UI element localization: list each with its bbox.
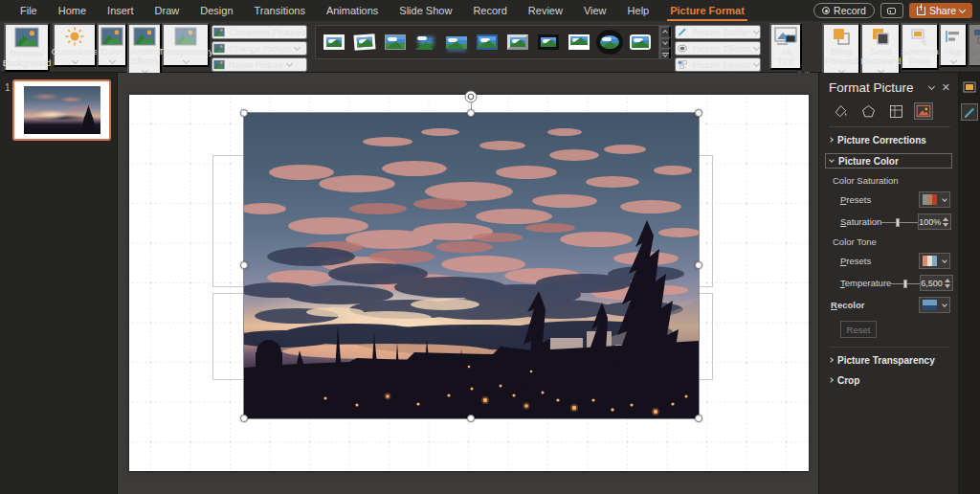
selected-picture[interactable]	[244, 113, 699, 418]
selection-pane-button[interactable]: Selection Pane	[901, 23, 939, 70]
menu-tab-home[interactable]: Home	[48, 0, 97, 21]
picture-style-thumbnail	[354, 34, 376, 50]
temperature-slider[interactable]	[891, 279, 920, 288]
group-button[interactable]: Group	[968, 23, 980, 67]
recolor-dropdown[interactable]	[919, 297, 950, 313]
saturation-spinner[interactable]	[941, 216, 950, 228]
menu-tab-slide-show[interactable]: Slide Show	[389, 0, 462, 21]
picture-tab[interactable]	[914, 102, 933, 120]
format-picture-pane: Format Picture ✕ Picture Corrections Pic…	[818, 73, 958, 494]
rotation-handle[interactable]	[464, 90, 478, 103]
alt-text-button[interactable]: Alt Text	[769, 23, 802, 70]
tone-presets-label: Presets	[840, 256, 871, 266]
picture-effects-button[interactable]: Picture Effects	[675, 41, 761, 56]
corrections-button[interactable]: Corrections	[53, 23, 97, 67]
reset-picture-button[interactable]: Reset Picture	[212, 57, 307, 72]
temperature-value-input[interactable]: 6,500	[920, 275, 953, 291]
remove-background-button[interactable]: Remove Background	[4, 23, 50, 72]
crop-section[interactable]: Crop	[829, 373, 950, 388]
artistic-effects-icon	[132, 27, 157, 46]
picture-corrections-section[interactable]: Picture Corrections	[829, 133, 950, 147]
artistic-effects-button[interactable]: Artistic Effects	[127, 23, 162, 77]
menu-tab-record[interactable]: Record	[462, 0, 517, 21]
transparency-button[interactable]: Transparency	[162, 23, 210, 67]
resize-handle-bottom-middle[interactable]	[467, 415, 475, 422]
resize-handle-top-right[interactable]	[695, 109, 702, 117]
size-properties-tab[interactable]	[886, 102, 905, 120]
menu-tab-picture-format-active[interactable]: Picture Format	[659, 0, 755, 21]
align-button[interactable]: Align	[939, 23, 968, 67]
picture-style-snapshot[interactable]	[566, 30, 592, 55]
fill-line-tab[interactable]	[831, 102, 850, 120]
picture-style-thumbnail	[568, 34, 590, 50]
compress-pictures-button[interactable]: Compress Pictures	[212, 25, 307, 39]
saturation-presets-dropdown[interactable]	[919, 191, 950, 208]
picture-style-thumbnail	[415, 34, 436, 50]
saturation-value-input[interactable]: 100%	[918, 213, 951, 230]
ribbon-group-arrange: Bring Forward Send Backward Selection Pa…	[820, 23, 980, 72]
menu-tabs: FileHomeInsertDrawDesignTransitionsAnima…	[10, 0, 755, 21]
tone-presets-dropdown[interactable]	[919, 253, 950, 269]
menu-tab-draw[interactable]: Draw	[145, 0, 190, 21]
format-pen-icon[interactable]	[961, 103, 978, 121]
picture-style-thin-frame[interactable]	[382, 30, 409, 55]
share-button[interactable]: Share	[909, 3, 972, 18]
slide-thumbnail-panel: 1	[0, 73, 118, 494]
color-button[interactable]: Color	[97, 23, 127, 67]
menu-tab-review[interactable]: Review	[518, 0, 573, 21]
reset-button[interactable]: Reset	[840, 321, 877, 338]
menu-tab-transitions[interactable]: Transitions	[244, 0, 316, 21]
resize-handle-bottom-right[interactable]	[695, 415, 702, 422]
picture-layout-button[interactable]: Picture Layout	[675, 57, 761, 72]
group-icon	[969, 27, 980, 46]
menu-tab-help[interactable]: Help	[617, 0, 660, 21]
pane-close-icon[interactable]: ✕	[942, 81, 950, 94]
picture-style-metal-frame[interactable]	[504, 30, 531, 55]
resize-handle-top-middle[interactable]	[467, 109, 475, 117]
picture-style-soft-edge[interactable]	[412, 30, 439, 55]
effects-tab[interactable]	[858, 102, 878, 120]
picture-layout-icon	[677, 59, 688, 70]
resize-handle-bottom-left[interactable]	[240, 415, 248, 422]
resize-handle-top-left[interactable]	[240, 109, 248, 117]
picture-style-oval[interactable]	[596, 30, 623, 55]
gallery-more-button[interactable]	[659, 48, 671, 58]
picture-color-section[interactable]: Picture Color	[825, 153, 952, 168]
resize-handle-middle-left[interactable]	[240, 261, 248, 269]
comments-button[interactable]	[880, 3, 903, 18]
saturation-preset-thumbnail	[923, 194, 937, 205]
picture-style-rounded-white[interactable]	[627, 30, 654, 55]
gallery-scroll-up[interactable]	[659, 26, 671, 37]
send-backward-button[interactable]: Send Backward	[860, 23, 901, 77]
menu-tab-view[interactable]: View	[573, 0, 617, 21]
thumbnail-tree-silhouette	[81, 105, 97, 134]
compress-pictures-icon	[213, 27, 225, 37]
menu-bar: FileHomeInsertDrawDesignTransitionsAnima…	[0, 0, 980, 21]
picture-style-reflection[interactable]	[443, 30, 470, 55]
picture-style-thumbnail	[446, 36, 467, 49]
picture-style-thumbnail	[600, 35, 619, 49]
change-picture-button[interactable]: Change Picture	[212, 41, 307, 56]
picture-style-white-frame-tilt[interactable]	[351, 30, 378, 55]
menu-tab-insert[interactable]: Insert	[97, 0, 145, 21]
gallery-scroll-down[interactable]	[659, 37, 671, 49]
temperature-spinner[interactable]	[943, 278, 952, 289]
chevron-down-icon	[959, 6, 966, 12]
picture-style-white-frame[interactable]	[321, 30, 347, 55]
bring-forward-button[interactable]: Bring Forward	[822, 23, 860, 77]
menu-tab-file[interactable]: File	[10, 0, 48, 21]
menu-tab-design[interactable]: Design	[189, 0, 243, 21]
pane-chevron-down-icon[interactable]	[928, 83, 935, 90]
picture-border-button[interactable]: Picture Border	[675, 25, 761, 39]
pane-title: Format Picture	[829, 80, 922, 95]
picture-style-black-frame[interactable]	[535, 30, 562, 55]
saturation-slider[interactable]	[881, 217, 918, 227]
resize-handle-middle-right[interactable]	[695, 261, 702, 269]
menu-tab-animations[interactable]: Animations	[316, 0, 389, 21]
picture-style-blue-frame[interactable]	[474, 30, 501, 55]
picture-transparency-section[interactable]: Picture Transparency	[829, 353, 950, 368]
clipboard-image-icon[interactable]	[961, 79, 978, 96]
slide-thumbnail[interactable]	[12, 79, 111, 141]
slide-canvas[interactable]	[129, 95, 809, 471]
record-button[interactable]: Record	[813, 3, 875, 18]
